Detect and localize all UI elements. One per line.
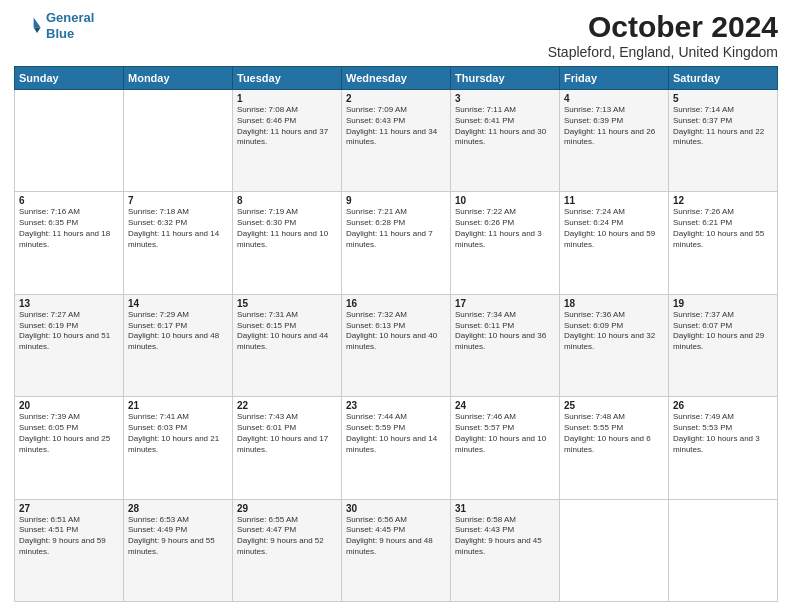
cell-1-3: 9Sunrise: 7:21 AM Sunset: 6:28 PM Daylig… <box>342 192 451 294</box>
day-info-4-1: Sunrise: 6:53 AM Sunset: 4:49 PM Dayligh… <box>128 515 228 558</box>
header-row: Sunday Monday Tuesday Wednesday Thursday… <box>15 67 778 90</box>
day-num-1-0: 6 <box>19 195 119 206</box>
day-num-0-4: 3 <box>455 93 555 104</box>
cell-3-3: 23Sunrise: 7:44 AM Sunset: 5:59 PM Dayli… <box>342 397 451 499</box>
cell-0-0 <box>15 90 124 192</box>
day-num-3-4: 24 <box>455 400 555 411</box>
col-thursday: Thursday <box>451 67 560 90</box>
cell-2-6: 19Sunrise: 7:37 AM Sunset: 6:07 PM Dayli… <box>669 294 778 396</box>
week-row-1: 6Sunrise: 7:16 AM Sunset: 6:35 PM Daylig… <box>15 192 778 294</box>
day-num-4-2: 29 <box>237 503 337 514</box>
calendar-subtitle: Stapleford, England, United Kingdom <box>548 44 778 60</box>
day-num-0-3: 2 <box>346 93 446 104</box>
day-num-3-3: 23 <box>346 400 446 411</box>
day-info-3-1: Sunrise: 7:41 AM Sunset: 6:03 PM Dayligh… <box>128 412 228 455</box>
day-num-3-5: 25 <box>564 400 664 411</box>
day-info-4-4: Sunrise: 6:58 AM Sunset: 4:43 PM Dayligh… <box>455 515 555 558</box>
day-info-1-6: Sunrise: 7:26 AM Sunset: 6:21 PM Dayligh… <box>673 207 773 250</box>
day-num-2-4: 17 <box>455 298 555 309</box>
col-monday: Monday <box>124 67 233 90</box>
day-info-0-6: Sunrise: 7:14 AM Sunset: 6:37 PM Dayligh… <box>673 105 773 148</box>
day-info-4-2: Sunrise: 6:55 AM Sunset: 4:47 PM Dayligh… <box>237 515 337 558</box>
cell-2-5: 18Sunrise: 7:36 AM Sunset: 6:09 PM Dayli… <box>560 294 669 396</box>
cell-3-6: 26Sunrise: 7:49 AM Sunset: 5:53 PM Dayli… <box>669 397 778 499</box>
col-tuesday: Tuesday <box>233 67 342 90</box>
cell-4-5 <box>560 499 669 601</box>
cell-3-0: 20Sunrise: 7:39 AM Sunset: 6:05 PM Dayli… <box>15 397 124 499</box>
cell-4-0: 27Sunrise: 6:51 AM Sunset: 4:51 PM Dayli… <box>15 499 124 601</box>
day-info-3-2: Sunrise: 7:43 AM Sunset: 6:01 PM Dayligh… <box>237 412 337 455</box>
cell-1-4: 10Sunrise: 7:22 AM Sunset: 6:26 PM Dayli… <box>451 192 560 294</box>
day-info-2-3: Sunrise: 7:32 AM Sunset: 6:13 PM Dayligh… <box>346 310 446 353</box>
cell-2-0: 13Sunrise: 7:27 AM Sunset: 6:19 PM Dayli… <box>15 294 124 396</box>
day-num-2-5: 18 <box>564 298 664 309</box>
cell-0-2: 1Sunrise: 7:08 AM Sunset: 6:46 PM Daylig… <box>233 90 342 192</box>
day-num-2-6: 19 <box>673 298 773 309</box>
day-num-1-5: 11 <box>564 195 664 206</box>
day-num-3-0: 20 <box>19 400 119 411</box>
day-num-1-6: 12 <box>673 195 773 206</box>
cell-4-3: 30Sunrise: 6:56 AM Sunset: 4:45 PM Dayli… <box>342 499 451 601</box>
day-info-1-2: Sunrise: 7:19 AM Sunset: 6:30 PM Dayligh… <box>237 207 337 250</box>
day-num-2-1: 14 <box>128 298 228 309</box>
cell-2-2: 15Sunrise: 7:31 AM Sunset: 6:15 PM Dayli… <box>233 294 342 396</box>
cell-3-4: 24Sunrise: 7:46 AM Sunset: 5:57 PM Dayli… <box>451 397 560 499</box>
day-info-2-5: Sunrise: 7:36 AM Sunset: 6:09 PM Dayligh… <box>564 310 664 353</box>
day-num-4-4: 31 <box>455 503 555 514</box>
cell-1-2: 8Sunrise: 7:19 AM Sunset: 6:30 PM Daylig… <box>233 192 342 294</box>
cell-2-1: 14Sunrise: 7:29 AM Sunset: 6:17 PM Dayli… <box>124 294 233 396</box>
week-row-2: 13Sunrise: 7:27 AM Sunset: 6:19 PM Dayli… <box>15 294 778 396</box>
svg-marker-0 <box>34 17 41 27</box>
logo-line2: Blue <box>46 26 94 42</box>
week-row-4: 27Sunrise: 6:51 AM Sunset: 4:51 PM Dayli… <box>15 499 778 601</box>
day-info-0-5: Sunrise: 7:13 AM Sunset: 6:39 PM Dayligh… <box>564 105 664 148</box>
title-block: October 2024 Stapleford, England, United… <box>548 10 778 60</box>
day-info-1-0: Sunrise: 7:16 AM Sunset: 6:35 PM Dayligh… <box>19 207 119 250</box>
calendar-table: Sunday Monday Tuesday Wednesday Thursday… <box>14 66 778 602</box>
day-info-3-5: Sunrise: 7:48 AM Sunset: 5:55 PM Dayligh… <box>564 412 664 455</box>
col-friday: Friday <box>560 67 669 90</box>
cell-4-6 <box>669 499 778 601</box>
day-num-3-2: 22 <box>237 400 337 411</box>
cell-0-3: 2Sunrise: 7:09 AM Sunset: 6:43 PM Daylig… <box>342 90 451 192</box>
cell-0-6: 5Sunrise: 7:14 AM Sunset: 6:37 PM Daylig… <box>669 90 778 192</box>
day-num-2-3: 16 <box>346 298 446 309</box>
cell-3-2: 22Sunrise: 7:43 AM Sunset: 6:01 PM Dayli… <box>233 397 342 499</box>
day-num-3-6: 26 <box>673 400 773 411</box>
svg-marker-1 <box>34 27 41 33</box>
week-row-0: 1Sunrise: 7:08 AM Sunset: 6:46 PM Daylig… <box>15 90 778 192</box>
day-info-2-6: Sunrise: 7:37 AM Sunset: 6:07 PM Dayligh… <box>673 310 773 353</box>
cell-1-5: 11Sunrise: 7:24 AM Sunset: 6:24 PM Dayli… <box>560 192 669 294</box>
cell-4-2: 29Sunrise: 6:55 AM Sunset: 4:47 PM Dayli… <box>233 499 342 601</box>
day-num-3-1: 21 <box>128 400 228 411</box>
logo-line1: General <box>46 10 94 26</box>
day-info-1-5: Sunrise: 7:24 AM Sunset: 6:24 PM Dayligh… <box>564 207 664 250</box>
day-info-1-1: Sunrise: 7:18 AM Sunset: 6:32 PM Dayligh… <box>128 207 228 250</box>
cell-2-4: 17Sunrise: 7:34 AM Sunset: 6:11 PM Dayli… <box>451 294 560 396</box>
day-num-0-5: 4 <box>564 93 664 104</box>
cell-1-6: 12Sunrise: 7:26 AM Sunset: 6:21 PM Dayli… <box>669 192 778 294</box>
day-info-3-6: Sunrise: 7:49 AM Sunset: 5:53 PM Dayligh… <box>673 412 773 455</box>
page: General Blue October 2024 Stapleford, En… <box>0 0 792 612</box>
cell-1-1: 7Sunrise: 7:18 AM Sunset: 6:32 PM Daylig… <box>124 192 233 294</box>
cell-1-0: 6Sunrise: 7:16 AM Sunset: 6:35 PM Daylig… <box>15 192 124 294</box>
day-info-2-1: Sunrise: 7:29 AM Sunset: 6:17 PM Dayligh… <box>128 310 228 353</box>
day-info-3-0: Sunrise: 7:39 AM Sunset: 6:05 PM Dayligh… <box>19 412 119 455</box>
day-info-2-4: Sunrise: 7:34 AM Sunset: 6:11 PM Dayligh… <box>455 310 555 353</box>
day-info-0-2: Sunrise: 7:08 AM Sunset: 6:46 PM Dayligh… <box>237 105 337 148</box>
cell-4-4: 31Sunrise: 6:58 AM Sunset: 4:43 PM Dayli… <box>451 499 560 601</box>
day-num-0-6: 5 <box>673 93 773 104</box>
day-info-1-3: Sunrise: 7:21 AM Sunset: 6:28 PM Dayligh… <box>346 207 446 250</box>
day-info-3-3: Sunrise: 7:44 AM Sunset: 5:59 PM Dayligh… <box>346 412 446 455</box>
cell-4-1: 28Sunrise: 6:53 AM Sunset: 4:49 PM Dayli… <box>124 499 233 601</box>
day-num-1-2: 8 <box>237 195 337 206</box>
day-info-2-0: Sunrise: 7:27 AM Sunset: 6:19 PM Dayligh… <box>19 310 119 353</box>
calendar-header: Sunday Monday Tuesday Wednesday Thursday… <box>15 67 778 90</box>
logo: General Blue <box>14 10 94 41</box>
week-row-3: 20Sunrise: 7:39 AM Sunset: 6:05 PM Dayli… <box>15 397 778 499</box>
day-info-4-0: Sunrise: 6:51 AM Sunset: 4:51 PM Dayligh… <box>19 515 119 558</box>
day-num-2-2: 15 <box>237 298 337 309</box>
day-num-2-0: 13 <box>19 298 119 309</box>
header: General Blue October 2024 Stapleford, En… <box>14 10 778 60</box>
cell-3-5: 25Sunrise: 7:48 AM Sunset: 5:55 PM Dayli… <box>560 397 669 499</box>
